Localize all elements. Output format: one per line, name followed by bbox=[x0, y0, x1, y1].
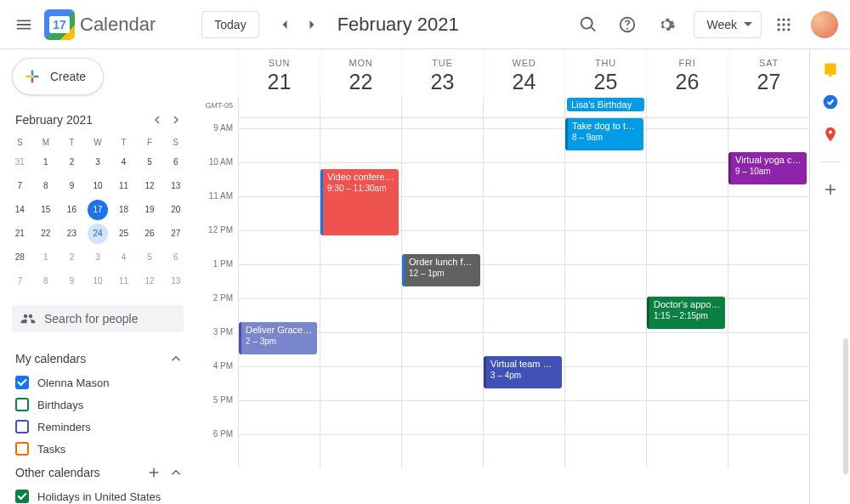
time-slot[interactable] bbox=[320, 400, 401, 434]
mini-day-cell[interactable]: 9 bbox=[61, 271, 82, 292]
time-slot[interactable] bbox=[728, 298, 809, 332]
mini-day-cell[interactable]: 2 bbox=[61, 247, 82, 268]
vertical-scrollbar[interactable] bbox=[843, 151, 848, 496]
mini-day-cell[interactable]: 8 bbox=[36, 176, 56, 196]
calendar-checkbox[interactable] bbox=[15, 490, 29, 503]
settings-button[interactable] bbox=[649, 8, 683, 42]
calendar-event[interactable]: Virtual yoga class9 – 10am bbox=[728, 152, 807, 184]
time-slot[interactable] bbox=[728, 264, 809, 298]
mini-day-cell[interactable]: 3 bbox=[88, 152, 108, 173]
time-slot[interactable] bbox=[238, 366, 320, 400]
other-calendars-header[interactable]: Other calendars bbox=[7, 460, 189, 485]
time-slot[interactable] bbox=[483, 230, 564, 264]
mini-day-cell[interactable]: 13 bbox=[166, 271, 186, 292]
plus-icon[interactable] bbox=[146, 465, 162, 480]
time-slot[interactable] bbox=[320, 434, 401, 468]
mini-day-cell[interactable]: 20 bbox=[166, 200, 186, 220]
time-slot[interactable] bbox=[320, 264, 401, 298]
allday-event[interactable]: Lisa's Birthday bbox=[567, 98, 644, 111]
account-avatar[interactable] bbox=[811, 11, 838, 38]
view-switcher-button[interactable]: Week bbox=[694, 11, 762, 38]
mini-day-cell[interactable]: 5 bbox=[139, 152, 160, 173]
calendar-event[interactable]: Virtual team meeting3 – 4pm bbox=[484, 356, 562, 388]
day-column-header[interactable]: SUN21 bbox=[238, 49, 320, 98]
mini-day-cell[interactable]: 12 bbox=[139, 176, 160, 196]
mini-day-cell[interactable]: 11 bbox=[114, 271, 134, 292]
allday-cell[interactable] bbox=[646, 98, 728, 117]
mini-day-cell[interactable]: 18 bbox=[114, 200, 134, 220]
time-slot[interactable] bbox=[320, 298, 401, 332]
calendar-checkbox[interactable] bbox=[15, 420, 29, 433]
time-slot[interactable] bbox=[483, 196, 564, 230]
time-slot[interactable] bbox=[483, 264, 564, 298]
time-slot[interactable] bbox=[401, 162, 483, 196]
time-slot[interactable] bbox=[646, 332, 728, 366]
calendar-list-item[interactable]: Reminders bbox=[7, 416, 189, 438]
calendar-event[interactable]: Order lunch for office12 – 1pm bbox=[402, 254, 480, 286]
mini-day-cell[interactable]: 19 bbox=[139, 200, 160, 220]
allday-cell[interactable] bbox=[320, 98, 401, 117]
time-slot[interactable] bbox=[646, 128, 728, 162]
mini-day-cell[interactable]: 14 bbox=[9, 200, 30, 220]
time-slot[interactable] bbox=[483, 298, 564, 332]
maps-app-button[interactable] bbox=[822, 126, 839, 143]
day-column-header[interactable]: FRI26 bbox=[646, 49, 728, 98]
keep-app-button[interactable] bbox=[822, 61, 839, 78]
mini-day-cell[interactable]: 15 bbox=[36, 200, 56, 220]
day-column-header[interactable]: TUE23 bbox=[401, 49, 483, 98]
allday-cell[interactable] bbox=[483, 98, 564, 117]
allday-cell[interactable] bbox=[238, 98, 320, 117]
time-slot[interactable] bbox=[238, 400, 320, 434]
time-slot[interactable] bbox=[401, 196, 483, 230]
time-slot[interactable] bbox=[564, 162, 646, 196]
time-slot[interactable] bbox=[320, 332, 401, 366]
time-grid[interactable]: 8 AM9 AM10 AM11 AM12 PM1 PM2 PM3 PM4 PM5… bbox=[197, 118, 809, 504]
mini-day-cell[interactable]: 12 bbox=[139, 271, 160, 292]
mini-day-cell[interactable]: 7 bbox=[9, 271, 30, 292]
time-slot[interactable] bbox=[238, 162, 320, 196]
mini-day-cell[interactable]: 10 bbox=[88, 176, 108, 196]
create-event-button[interactable]: Create bbox=[12, 58, 104, 95]
tasks-app-button[interactable] bbox=[822, 93, 839, 110]
time-slot[interactable] bbox=[564, 400, 646, 434]
mini-day-cell[interactable]: 17 bbox=[88, 200, 108, 220]
time-slot[interactable] bbox=[320, 118, 401, 128]
mini-day-cell[interactable]: 11 bbox=[114, 176, 134, 196]
search-people-input[interactable]: Search for people bbox=[12, 305, 184, 332]
mini-day-cell[interactable]: 7 bbox=[9, 176, 30, 196]
search-button[interactable] bbox=[571, 8, 605, 42]
time-slot[interactable] bbox=[728, 400, 809, 434]
time-slot[interactable] bbox=[564, 366, 646, 400]
time-slot[interactable] bbox=[238, 196, 320, 230]
time-slot[interactable] bbox=[564, 298, 646, 332]
time-slot[interactable] bbox=[401, 400, 483, 434]
mini-day-cell[interactable]: 24 bbox=[88, 224, 108, 244]
mini-prev-month-button[interactable] bbox=[148, 110, 167, 129]
mini-day-cell[interactable]: 26 bbox=[139, 224, 160, 244]
time-slot[interactable] bbox=[646, 162, 728, 196]
time-slot[interactable] bbox=[238, 434, 320, 468]
time-slot[interactable] bbox=[320, 366, 401, 400]
help-button[interactable] bbox=[610, 8, 644, 42]
time-slot[interactable] bbox=[728, 230, 809, 264]
mini-day-cell[interactable]: 16 bbox=[61, 200, 82, 220]
mini-next-month-button[interactable] bbox=[167, 110, 185, 129]
time-slot[interactable] bbox=[646, 434, 728, 468]
mini-day-cell[interactable]: 27 bbox=[166, 224, 186, 244]
calendar-event[interactable]: Doctor's appointment1:15 – 2:15pm bbox=[647, 297, 725, 329]
calendar-checkbox[interactable] bbox=[15, 376, 29, 389]
calendar-list-item[interactable]: Tasks bbox=[7, 438, 189, 460]
calendar-checkbox[interactable] bbox=[15, 398, 29, 411]
mini-day-cell[interactable]: 21 bbox=[9, 224, 30, 244]
time-slot[interactable] bbox=[483, 162, 564, 196]
time-slot[interactable] bbox=[646, 264, 728, 298]
time-slot[interactable] bbox=[646, 366, 728, 400]
calendar-event[interactable]: Take dog to the vet8 – 9am bbox=[565, 118, 643, 150]
time-slot[interactable] bbox=[728, 118, 809, 128]
mini-day-cell[interactable]: 23 bbox=[61, 224, 82, 244]
time-slot[interactable] bbox=[320, 128, 401, 162]
prev-week-button[interactable] bbox=[271, 11, 298, 38]
day-column-header[interactable]: SAT27 bbox=[728, 49, 809, 98]
time-slot[interactable] bbox=[564, 196, 646, 230]
day-column-header[interactable]: WED24 bbox=[483, 49, 564, 98]
